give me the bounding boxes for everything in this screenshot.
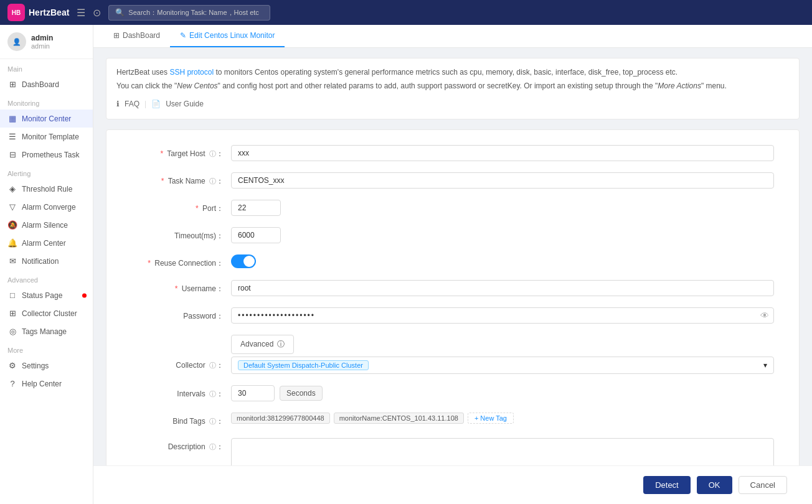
form-row-reuse-connection: * Reuse Connection： — [131, 254, 774, 269]
settings-icon: ⚙ — [7, 361, 17, 370]
status-page-icon: □ — [7, 291, 17, 300]
sidebar-item-prometheus-task[interactable]: ⊟ Prometheus Task — [0, 146, 93, 164]
tab-edit-centos[interactable]: ✎ Edit Centos Linux Monitor — [170, 25, 285, 47]
port-input-wrapper — [231, 200, 774, 216]
tab-dashboard-label: DashBoard — [123, 31, 160, 40]
nav-label-advanced: Advanced — [0, 270, 93, 286]
sidebar-item-monitor-center[interactable]: ▦ Monitor Center — [0, 110, 93, 128]
avatar: 👤 — [7, 32, 26, 51]
form-actions: Detect OK Cancel — [93, 465, 812, 504]
sidebar-item-dashboard[interactable]: ⊞ DashBoard — [0, 75, 93, 93]
sidebar-label-prometheus: Prometheus Task — [22, 151, 80, 159]
required-mark2: * — [161, 177, 164, 185]
port-label: * Port： — [131, 200, 231, 214]
target-host-label: * Target Host ⓘ： — [131, 145, 231, 159]
port-input[interactable] — [231, 200, 281, 216]
help-icon: ? — [7, 379, 17, 388]
intervals-help-icon[interactable]: ⓘ — [209, 390, 216, 398]
description-help-icon[interactable]: ⓘ — [209, 443, 216, 450]
tags-icon: ◎ — [7, 327, 17, 336]
sidebar-item-status-page[interactable]: □ Status Page — [0, 286, 93, 304]
sidebar-item-monitor-template[interactable]: ☰ Monitor Template — [0, 128, 93, 146]
eye-icon[interactable]: 👁 — [760, 310, 769, 320]
nav-label-monitoring: Monitoring — [0, 93, 93, 110]
cancel-button[interactable]: Cancel — [739, 476, 787, 494]
topbar: HB HertzBeat ☰ ⊙ 🔍 Search：Monitoring Tas… — [0, 0, 812, 25]
username-label: * Username： — [131, 280, 231, 294]
intervals-input-wrapper: Seconds — [231, 385, 774, 401]
search-bar[interactable]: 🔍 Search：Monitoring Task: Name，Host etc — [108, 5, 270, 21]
advanced-label: Advanced — [240, 340, 273, 348]
sidebar-label-threshold: Threshold Rule — [22, 185, 72, 194]
chevron-down-icon: ▾ — [763, 361, 767, 370]
bind-tags-label: Bind Tags ⓘ： — [131, 413, 231, 427]
required-mark: * — [161, 149, 164, 158]
task-name-input-wrapper — [231, 172, 774, 189]
search-placeholder: Search：Monitoring Task: Name，Host etc — [128, 8, 259, 17]
user-name: admin — [31, 34, 53, 42]
sidebar-item-alarm-silence[interactable]: 🔕 Alarm Silence — [0, 216, 93, 234]
description-wrapper: 0/100 — [231, 438, 774, 465]
sidebar-label-collector: Collector Cluster — [22, 309, 77, 318]
sidebar-item-collector-cluster[interactable]: ⊞ Collector Cluster — [0, 304, 93, 322]
threshold-icon: ◈ — [7, 184, 17, 194]
task-name-help-icon[interactable]: ⓘ — [209, 177, 216, 185]
search-icon: 🔍 — [115, 8, 125, 17]
info-links: ℹ FAQ | 📄 User Guide — [116, 98, 789, 111]
password-input[interactable] — [231, 307, 774, 324]
task-name-input[interactable] — [231, 172, 774, 189]
monitor-center-icon: ▦ — [7, 114, 17, 123]
collector-select[interactable]: Default System Dispatch-Public Cluster ▾ — [231, 357, 774, 374]
sidebar-item-help-center[interactable]: ? Help Center — [0, 375, 93, 393]
new-tag-button[interactable]: + New Tag — [468, 413, 514, 424]
sidebar-label-status-page: Status Page — [22, 291, 62, 300]
page-content: HertzBeat uses SSH protocol to monitors … — [93, 48, 812, 465]
collector-help-icon[interactable]: ⓘ — [209, 362, 216, 369]
user-role: admin — [31, 42, 53, 50]
collector-icon: ⊞ — [7, 309, 17, 318]
user-guide-link[interactable]: User Guide — [166, 98, 204, 111]
password-input-wrapper: 👁 — [231, 307, 774, 324]
required-mark4: * — [148, 259, 151, 268]
tab-dashboard[interactable]: ⊞ DashBoard — [103, 25, 170, 47]
detect-button[interactable]: Detect — [643, 476, 691, 494]
info-text1: HertzBeat uses SSH protocol to monitors … — [116, 66, 789, 80]
content-area: ⊞ DashBoard ✎ Edit Centos Linux Monitor … — [93, 25, 812, 504]
info-box: HertzBeat uses SSH protocol to monitors … — [106, 58, 800, 119]
faq-link[interactable]: FAQ — [125, 98, 139, 111]
nav-label-alerting: Alerting — [0, 164, 93, 180]
nav-label-main: Main — [0, 59, 93, 75]
target-host-input-wrapper — [231, 145, 774, 161]
reuse-connection-toggle[interactable] — [231, 254, 256, 268]
description-textarea[interactable] — [231, 438, 774, 465]
target-host-input[interactable] — [231, 145, 774, 161]
bind-tags-wrapper: monitorId:381299677800448 monitorName:CE… — [231, 413, 774, 424]
advanced-button[interactable]: Advanced ⓘ — [231, 335, 294, 354]
tab-bar: ⊞ DashBoard ✎ Edit Centos Linux Monitor — [93, 25, 812, 48]
intervals-input[interactable] — [231, 385, 275, 401]
password-label: Password： — [131, 307, 231, 322]
sidebar-item-notification[interactable]: ✉ Notification — [0, 252, 93, 270]
hamburger-icon[interactable]: ☰ — [77, 7, 85, 19]
info-text2: You can click the "New Centos" and confi… — [116, 80, 789, 93]
collector-select-wrapper: Default System Dispatch-Public Cluster ▾ — [231, 357, 774, 374]
sidebar-item-alarm-converge[interactable]: ▽ Alarm Converge — [0, 198, 93, 216]
form-container: * Target Host ⓘ： * Task Name ⓘ： — [106, 129, 800, 465]
ok-button[interactable]: OK — [697, 476, 732, 494]
sidebar-item-alarm-center[interactable]: 🔔 Alarm Center — [0, 234, 93, 252]
sidebar-item-settings[interactable]: ⚙ Settings — [0, 357, 93, 375]
sidebar-item-threshold-rule[interactable]: ◈ Threshold Rule — [0, 180, 93, 198]
bind-tags-row: monitorId:381299677800448 monitorName:CE… — [231, 413, 774, 424]
required-mark3: * — [196, 204, 199, 213]
github-icon[interactable]: ⊙ — [93, 7, 101, 19]
tab-edit-label: Edit Centos Linux Monitor — [189, 31, 275, 40]
sidebar-item-tags-manage[interactable]: ◎ Tags Manage — [0, 322, 93, 340]
username-input[interactable] — [231, 280, 774, 296]
dashboard-icon: ⊞ — [7, 80, 17, 89]
faq-icon: ℹ — [116, 98, 120, 111]
timeout-input[interactable] — [231, 227, 281, 243]
bind-tag-1: monitorName:CENTOS_101.43.11.108 — [334, 413, 464, 424]
ssh-protocol-link[interactable]: SSH protocol — [169, 68, 214, 77]
target-host-help-icon[interactable]: ⓘ — [209, 150, 216, 157]
bind-tags-help-icon[interactable]: ⓘ — [209, 418, 216, 425]
